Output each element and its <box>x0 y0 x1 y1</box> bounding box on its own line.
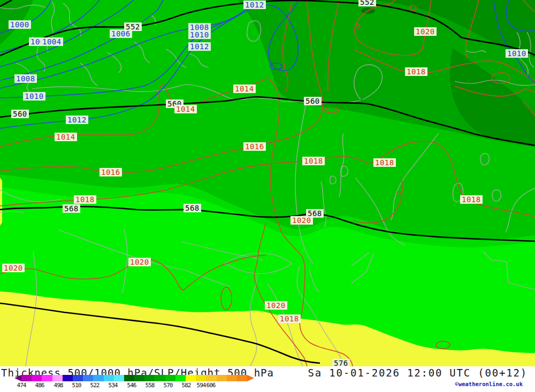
colorbar-segment <box>124 375 134 381</box>
contour-label-1018: 1018 <box>278 314 301 323</box>
contour-label-1014: 1014 <box>55 133 77 141</box>
colorbar-tick-570: 570 <box>164 382 173 389</box>
colorbar-segment <box>217 375 227 381</box>
colorbar-segment <box>144 375 155 381</box>
contour-label-1000: 1000 <box>9 20 31 29</box>
contour-label-1010: 1010 <box>506 49 528 58</box>
contour-label-1020: 1020 <box>265 301 287 310</box>
colorbar-segment <box>63 375 73 381</box>
colorbar-segment <box>165 375 175 381</box>
contour-label-1016: 1016 <box>100 168 122 176</box>
colorbar-right-arrow <box>247 375 254 381</box>
colorbar-tick-546: 546 <box>127 382 136 389</box>
colorbar-tick-486: 486 <box>35 382 44 389</box>
contour-label-552: 552 <box>124 22 142 31</box>
contour-label-560: 560 <box>11 110 29 118</box>
contour-label-1018: 1018 <box>373 158 396 167</box>
contour-label-1018: 1018 <box>460 195 483 204</box>
contour-label-1004: 1004 <box>41 37 63 46</box>
contour-label-1010: 1010 <box>23 92 45 101</box>
colorbar-segment <box>21 375 32 381</box>
contour-label-1018: 1018 <box>302 157 325 165</box>
colorbar-segment <box>134 375 144 381</box>
colorbar-segment <box>114 375 124 381</box>
contour-label-552: 552 <box>358 0 376 6</box>
colorbar-segment <box>237 375 247 381</box>
colorbar-segment <box>93 375 103 381</box>
weather-map-page: 1000100210041006100810101012100810101012… <box>0 0 535 392</box>
contour-label-1008: 1008 <box>14 74 37 83</box>
contour-label-568: 568 <box>63 204 80 213</box>
contour-label-560: 560 <box>304 97 322 105</box>
contour-label-1020: 1020 <box>414 27 437 36</box>
colorbar-tick-606: 606 <box>207 382 216 389</box>
colorbar-tick-534: 534 <box>109 382 118 389</box>
colorbar <box>21 375 247 381</box>
map-canvas: 1000100210041006100810101012100810101012… <box>0 0 535 366</box>
colorbar-tick-594: 594 <box>197 382 206 389</box>
weather-map-svg <box>0 0 535 366</box>
colorbar-tick-510: 510 <box>72 382 81 389</box>
colorbar-tick-498: 498 <box>54 382 63 389</box>
colorbar-left-arrow <box>14 375 21 381</box>
colorbar-segment <box>175 375 186 381</box>
copyright-link[interactable]: ©weatheronline.co.uk <box>455 381 523 387</box>
colorbar-segment <box>104 375 114 381</box>
contour-label-1018: 1018 <box>405 67 427 76</box>
contour-label-1020: 1020 <box>291 216 313 225</box>
colorbar-segment <box>227 375 237 381</box>
colorbar-segment <box>155 375 165 381</box>
colorbar-tick-582: 582 <box>182 382 191 389</box>
colorbar-tick-522: 522 <box>90 382 100 389</box>
map-datetime: Sa 10-01-2026 12:00 UTC (00+12) <box>308 367 528 379</box>
colorbar-segment <box>32 375 42 381</box>
colorbar-tick-474: 474 <box>17 382 26 389</box>
colorbar-segment <box>206 375 216 381</box>
colorbar-segment <box>83 375 93 381</box>
colorbar-tick-558: 558 <box>146 382 155 389</box>
contour-label-1020: 1020 <box>128 258 151 266</box>
contour-label-1012: 1012 <box>188 42 211 51</box>
colorbar-segment <box>73 375 83 381</box>
contour-label-1018: 1018 <box>74 195 96 204</box>
legend-footer: Thickness 500/1000 hPa/SLP/Height 500 hP… <box>0 366 535 392</box>
contour-label-576: 576 <box>332 359 350 366</box>
contour-label-1012: 1012 <box>243 1 266 9</box>
colorbar-segment <box>196 375 206 381</box>
contour-label-568: 568 <box>184 204 201 212</box>
contour-label-1020: 1020 <box>2 264 25 272</box>
colorbar-segment <box>42 375 52 381</box>
contour-label-1014: 1014 <box>233 84 256 93</box>
contour-label-1016: 1016 <box>243 142 266 151</box>
contour-label-1014: 1014 <box>174 105 197 113</box>
colorbar-segment <box>186 375 196 381</box>
contour-label-1012: 1012 <box>66 116 88 124</box>
contour-label-1010: 1010 <box>188 30 211 39</box>
colorbar-segment <box>52 375 63 381</box>
